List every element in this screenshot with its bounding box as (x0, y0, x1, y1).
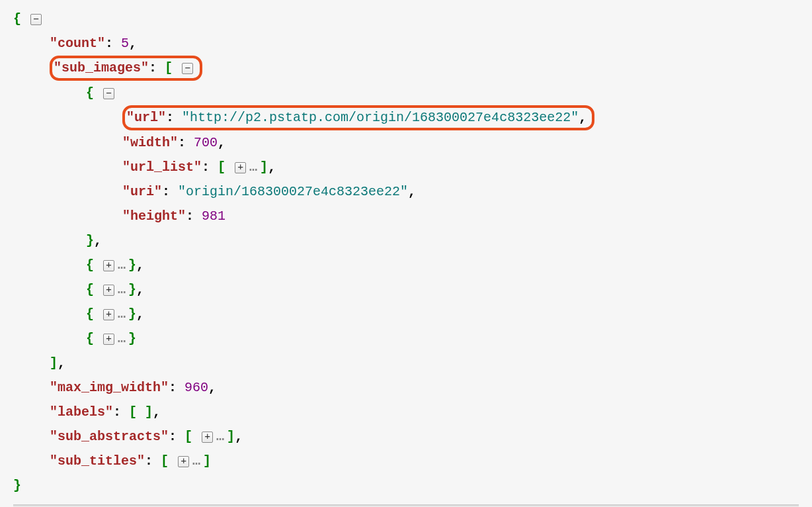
bracket-open: [ (161, 453, 169, 469)
collapse-icon[interactable]: − (182, 63, 193, 74)
property-url-list: "url_list": [ +…], (13, 155, 799, 179)
key-sub-abstracts: "sub_abstracts" (50, 429, 169, 444)
brace-close: } (86, 233, 94, 248)
brace-close: } (128, 331, 136, 346)
brace-open: { (86, 306, 94, 322)
bracket-close: ] (227, 429, 235, 444)
expand-icon[interactable]: + (103, 260, 114, 271)
footer-divider (13, 504, 799, 507)
property-height: "height": 981 (13, 204, 799, 228)
key-height: "height" (122, 208, 186, 224)
ellipsis-icon: … (192, 453, 201, 469)
array-item-collapsed: { +…}, (13, 253, 799, 277)
brace-close: } (128, 282, 136, 297)
property-sub-titles: "sub_titles": [ +…] (13, 449, 799, 473)
brace-close: } (128, 257, 136, 273)
value-max-img-width: 960 (184, 380, 208, 395)
collapse-icon[interactable]: − (30, 14, 42, 25)
array-item-collapsed: { +…}, (13, 302, 799, 326)
expand-icon[interactable]: + (103, 285, 114, 296)
array-item-collapsed: { +…}, (13, 277, 799, 302)
array-item-open: { − (13, 81, 799, 105)
property-uri: "uri": "origin/168300027e4c8323ee22", (13, 179, 799, 204)
bracket-close: ] (260, 160, 268, 175)
root-open: { − (13, 7, 799, 31)
root-close: } (13, 473, 799, 498)
ellipsis-icon: … (249, 160, 258, 175)
expand-icon[interactable]: + (103, 309, 114, 320)
property-count: "count": 5, (13, 31, 799, 56)
key-labels: "labels" (50, 404, 113, 420)
brace-open: { (13, 11, 21, 26)
collapse-icon[interactable]: − (103, 88, 114, 99)
bracket-open: [ (165, 60, 173, 75)
array-item-close: }, (13, 228, 799, 253)
property-labels: "labels": [ ], (13, 400, 799, 424)
brace-open: { (86, 257, 94, 273)
key-width: "width" (122, 135, 178, 150)
ellipsis-icon: … (118, 306, 126, 322)
value-url: "http://p2.pstatp.com/origin/168300027e4… (182, 110, 579, 125)
ellipsis-icon: … (216, 429, 225, 444)
property-max-img-width: "max_img_width": 960, (13, 375, 799, 400)
value-uri: "origin/168300027e4c8323ee22" (178, 184, 408, 199)
bracket-open: [ (184, 429, 192, 444)
expand-icon[interactable]: + (235, 162, 246, 173)
value-height: 981 (202, 208, 225, 224)
key-sub-images: "sub_images" (54, 60, 149, 75)
highlight-url: "url": "http://p2.pstatp.com/origin/1683… (122, 105, 594, 130)
expand-icon[interactable]: + (103, 334, 114, 345)
property-sub-abstracts: "sub_abstracts": [ +…], (13, 424, 799, 449)
array-item-collapsed: { +…} (13, 326, 799, 351)
brace-close: } (128, 306, 136, 322)
brace-close: } (13, 478, 21, 493)
bracket-close: ] (50, 355, 58, 371)
brace-open: { (86, 85, 94, 101)
bracket-close: ] (145, 404, 153, 420)
key-sub-titles: "sub_titles" (50, 453, 145, 469)
key-count: "count" (50, 36, 105, 51)
ellipsis-icon: … (118, 282, 126, 297)
value-width: 700 (194, 135, 218, 150)
brace-open: { (86, 282, 94, 297)
property-url: "url": "http://p2.pstatp.com/origin/1683… (13, 105, 799, 130)
ellipsis-icon: … (118, 257, 126, 273)
bracket-open: [ (218, 160, 225, 175)
key-url-list: "url_list" (122, 160, 202, 175)
bracket-open: [ (129, 404, 137, 420)
json-tree-viewer: { − "count": 5, "sub_images": [ − { − "u… (13, 7, 799, 498)
ellipsis-icon: … (118, 331, 126, 346)
brace-open: { (86, 331, 94, 346)
property-sub-images: "sub_images": [ − (13, 56, 799, 81)
expand-icon[interactable]: + (178, 456, 189, 467)
key-max-img-width: "max_img_width" (50, 380, 169, 395)
sub-images-close: ], (13, 351, 799, 375)
value-count: 5 (121, 36, 129, 51)
highlight-sub-images: "sub_images": [ − (50, 56, 202, 81)
expand-icon[interactable]: + (202, 432, 213, 443)
key-url: "url" (126, 110, 166, 125)
key-uri: "uri" (122, 184, 162, 199)
bracket-close: ] (203, 453, 211, 469)
property-width: "width": 700, (13, 130, 799, 155)
